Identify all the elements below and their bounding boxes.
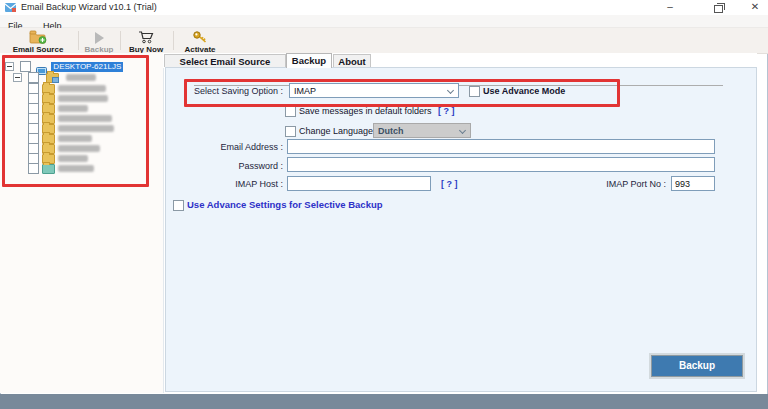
restore-button[interactable] — [703, 0, 733, 15]
tree-folder-row[interactable] — [28, 129, 92, 139]
backup-tab-panel: Select Saving Option : IMAP Use Advance … — [165, 67, 757, 392]
window-title: Email Backup Wizard v10.1 (Trial) — [21, 2, 157, 12]
tab-backup[interactable]: Backup — [286, 53, 332, 68]
app-icon — [5, 3, 16, 12]
tab-strip: Select Email Source Backup About — [163, 53, 757, 68]
saving-option-dropdown[interactable]: IMAP — [289, 83, 459, 98]
language-value: Dutch — [378, 126, 404, 136]
chevron-down-icon — [447, 87, 454, 94]
backup-toolbar-button: Backup — [80, 29, 118, 52]
toolbar: Email Source Backup Buy Now — [0, 28, 768, 54]
email-source-button[interactable]: Email Source — [4, 29, 72, 52]
use-advance-mode-label: Use Advance Mode — [483, 86, 565, 96]
toolbar-separator — [173, 31, 174, 50]
advance-settings-label: Use Advance Settings for Selective Backu… — [187, 199, 383, 210]
chevron-down-icon — [459, 127, 466, 134]
buy-now-button[interactable]: Buy Now — [122, 29, 170, 52]
password-input[interactable] — [287, 157, 715, 172]
tree-folder-row[interactable] — [28, 89, 108, 99]
restore-icon — [714, 5, 723, 13]
status-bar — [0, 394, 768, 409]
tree-folder-row[interactable] — [28, 79, 106, 89]
save-messages-checkbox[interactable] — [285, 106, 296, 117]
change-language-label: Change Language — [299, 126, 373, 136]
minimize-button[interactable]: – — [655, 0, 685, 15]
imap-host-label: IMAP Host : — [166, 179, 283, 189]
tab-select-email-source[interactable]: Select Email Source — [164, 54, 286, 67]
tree-root-row[interactable]: DESKTOP-621LJS — [5, 57, 123, 67]
key-icon — [191, 30, 209, 44]
cart-icon — [137, 30, 155, 44]
toolbar-separator — [120, 31, 121, 50]
menu-bar: File Help — [0, 15, 768, 28]
tab-about[interactable]: About — [333, 54, 371, 67]
tree-folder-row[interactable] — [28, 99, 88, 109]
app-window: Email Backup Wizard v10.1 (Trial) – ✕ Fi… — [0, 0, 768, 409]
backup-play-icon — [90, 30, 108, 44]
title-bar: Email Backup Wizard v10.1 (Trial) – ✕ — [0, 0, 768, 15]
save-messages-help-link[interactable]: [ ? ] — [438, 106, 455, 116]
tree-account-row[interactable] — [13, 68, 96, 78]
tree-folder-row[interactable] — [28, 159, 94, 169]
imap-port-label: IMAP Port No : — [551, 179, 666, 189]
language-dropdown: Dutch — [373, 123, 471, 138]
password-label: Password : — [166, 161, 283, 171]
close-button[interactable]: ✕ — [740, 0, 768, 15]
tree-folder-checkbox[interactable] — [28, 163, 39, 174]
toolbar-separator — [78, 31, 79, 50]
use-advance-mode-checkbox[interactable] — [469, 86, 480, 97]
email-address-input[interactable] — [287, 139, 715, 154]
blurred-folder-name — [58, 165, 94, 172]
imap-port-input[interactable] — [671, 176, 715, 191]
folder-tree-panel: DESKTOP-621LJS — [0, 53, 164, 393]
tree-folder-row[interactable] — [28, 149, 88, 159]
backup-button[interactable]: Backup — [651, 355, 743, 377]
collapse-icon[interactable] — [13, 73, 22, 82]
tree-folder-row[interactable] — [28, 119, 114, 129]
activate-button[interactable]: Activate — [176, 29, 224, 52]
saving-option-label: Select Saving Option : — [166, 86, 283, 96]
imap-host-input[interactable] — [287, 176, 431, 191]
folder-icon — [42, 164, 55, 174]
email-address-label: Email Address : — [166, 142, 283, 152]
save-messages-label: Save messages in default folders — [299, 106, 432, 116]
tree-folder-row[interactable] — [28, 139, 100, 149]
advance-settings-checkbox[interactable] — [173, 200, 184, 211]
tree-folder-row[interactable] — [28, 109, 112, 119]
imap-host-help-link[interactable]: [ ? ] — [441, 179, 458, 189]
email-source-folder-add-icon — [29, 30, 47, 44]
saving-option-value: IMAP — [294, 86, 316, 96]
change-language-checkbox[interactable] — [285, 126, 296, 137]
